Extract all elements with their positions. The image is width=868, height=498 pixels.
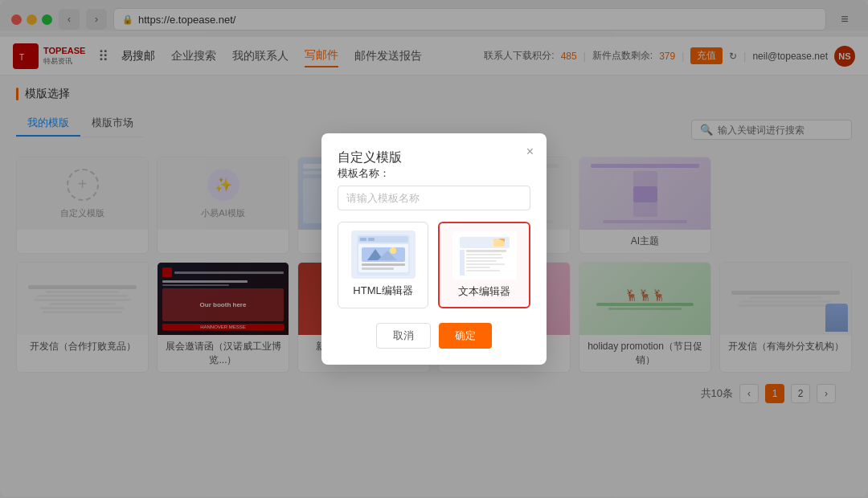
svg-rect-10 — [362, 263, 405, 266]
cancel-button[interactable]: 取消 — [376, 323, 431, 349]
svg-rect-4 — [368, 238, 375, 241]
svg-rect-17 — [466, 250, 506, 252]
modal-name-label: 模板名称： — [338, 166, 530, 181]
template-name-input[interactable] — [338, 186, 530, 210]
svg-rect-16 — [460, 250, 465, 276]
svg-rect-3 — [360, 238, 366, 241]
html-editor-option[interactable]: HTML编辑器 — [338, 222, 428, 308]
modal-overlay: 自定义模版 × 模板名称： — [0, 0, 868, 498]
svg-point-9 — [390, 247, 396, 254]
svg-rect-19 — [466, 257, 503, 259]
svg-rect-21 — [466, 263, 505, 265]
confirm-button[interactable]: 确定 — [439, 323, 492, 349]
modal-close-button[interactable]: × — [526, 145, 534, 159]
svg-rect-18 — [466, 254, 502, 255]
html-editor-label: HTML编辑器 — [353, 284, 412, 298]
modal-title: 自定义模版 — [338, 150, 402, 164]
text-editor-option[interactable]: 文本编辑器 — [438, 222, 530, 308]
custom-template-modal: 自定义模版 × 模板名称： — [321, 133, 547, 365]
modal-footer: 取消 确定 — [338, 323, 530, 349]
text-editor-label: 文本编辑器 — [458, 284, 510, 299]
editor-options: HTML编辑器 — [338, 222, 530, 308]
html-editor-preview — [351, 231, 416, 279]
svg-rect-22 — [466, 267, 490, 268]
text-editor-preview — [452, 231, 517, 280]
svg-rect-20 — [466, 260, 497, 262]
svg-rect-23 — [466, 270, 500, 271]
svg-rect-11 — [362, 267, 394, 270]
